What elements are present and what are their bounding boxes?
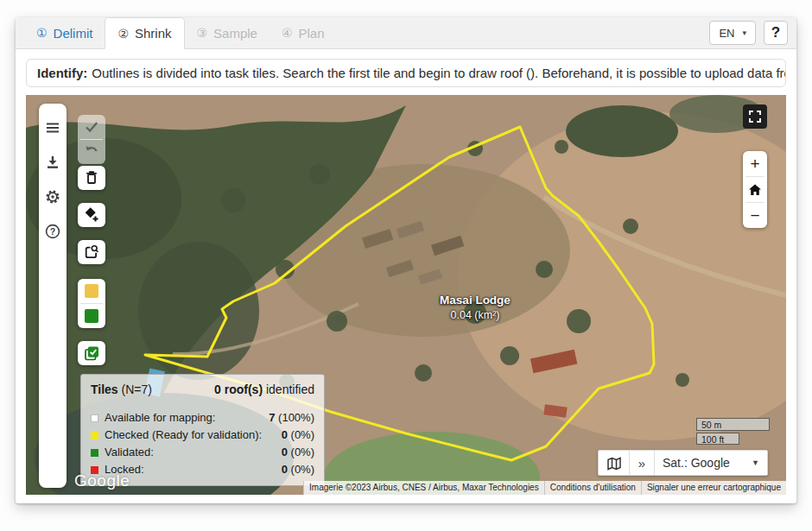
tab-bar: ① Delimit ② Shrink ③ Sample ④ Plan EN ▾ … [16,17,796,49]
report-error-link[interactable]: Signaler une erreur cartographique [641,481,786,495]
help-circle-button[interactable]: ? [41,219,65,243]
legend-row-validated: Validated: 0 (0%) [91,444,314,461]
legend-row-available: Available for mapping: 7 (100%) [91,409,314,427]
yellow-square-icon [91,432,98,439]
tile-color-group [78,279,105,328]
sidebar-rail: ? [39,104,67,488]
undo-icon [83,143,100,161]
help-button[interactable]: ? [764,21,788,45]
tab-plan-label: Plan [298,26,324,41]
settings-button[interactable] [41,185,65,209]
google-logo[interactable]: Google [74,471,130,490]
chevron-down-icon: ▾ [742,28,746,37]
checked-checkbox-icon [83,345,101,363]
step-1-icon: ① [36,26,48,40]
search-area-icon [83,243,100,261]
confirm-button[interactable] [78,115,105,139]
map-icon [606,455,622,471]
legend-title: Tiles [91,382,118,396]
validate-tiles-button[interactable] [78,341,105,365]
roofs-suffix: identified [266,382,314,396]
tiles-status-panel: Tiles (N=7) 0 roof(s) identified Availab… [80,374,325,486]
basemap-value: Sat.: Google [663,456,730,470]
roofs-count: 0 roof(s) [214,382,263,396]
validated-color-button[interactable] [78,304,105,328]
home-button[interactable] [743,177,767,202]
step-4-icon: ④ [282,26,293,40]
expand-layers-button[interactable]: » [630,451,654,475]
svg-text:?: ? [50,226,55,237]
scale-bar-metric: 50 m [696,418,770,431]
scale-bar-imperial: 100 ft [696,433,739,445]
zoom-out-button[interactable]: − [743,203,767,228]
undo-button[interactable] [78,140,105,164]
tab-shrink-label: Shrink [135,26,172,41]
check-icon [83,118,100,136]
download-icon [44,154,61,171]
delete-button[interactable] [78,166,105,190]
white-square-icon [91,414,98,422]
language-value: EN [719,27,734,40]
basemap-dropdown[interactable]: Sat.: Google ▼ [655,451,767,475]
yellow-swatch-icon [85,284,98,298]
trash-icon [83,169,100,186]
edit-actions-group [78,115,105,164]
instruction-banner: Identify: Outlines is divided into task … [26,59,786,87]
tab-delimit-label: Delimit [54,26,93,41]
instruction-prefix: Identify: [37,66,87,80]
map-viewport[interactable]: Masai Lodge 0.04 (km²) [26,95,786,495]
language-dropdown[interactable]: EN ▾ [709,21,756,45]
tab-sample[interactable]: ③ Sample [185,17,270,48]
app-window: ① Delimit ② Shrink ③ Sample ④ Plan EN ▾ … [16,17,796,503]
instruction-text: Outlines is divided into task tiles. Sea… [92,66,786,80]
checked-color-button[interactable] [78,279,105,303]
step-3-icon: ③ [197,26,208,40]
add-layer-button[interactable] [78,203,105,227]
fullscreen-button[interactable] [743,104,767,129]
hamburger-icon [44,119,61,136]
green-swatch-icon [85,309,98,323]
step-2-icon: ② [117,27,129,41]
legend-row-checked: Checked (Ready for validation): 0 (0%) [91,427,314,444]
map-attribution: Imagerie ©2023 Airbus, CNES / Airbus, Ma… [303,481,786,495]
basemap-bar: » Sat.: Google ▼ [598,450,768,476]
fullscreen-icon [746,108,764,125]
imagery-credit: Imagerie ©2023 Airbus, CNES / Airbus, Ma… [303,481,544,495]
zoom-in-button[interactable]: + [743,151,767,176]
home-icon [747,182,763,198]
download-button[interactable] [41,150,65,174]
layers-add-icon [83,206,100,224]
tab-sample-label: Sample [213,26,257,41]
gear-icon [44,188,61,205]
legend-count: (N=7) [122,382,152,396]
terms-link[interactable]: Conditions d'utilisation [544,481,641,495]
zoom-control-group: + − [743,151,767,228]
dropdown-caret-icon: ▼ [752,458,759,467]
green-square-icon [91,449,98,457]
question-circle-icon: ? [44,223,61,240]
tab-shrink[interactable]: ② Shrink [105,17,184,49]
tab-plan[interactable]: ④ Plan [270,17,337,48]
layers-panel-button[interactable] [599,451,629,475]
menu-button[interactable] [41,116,65,140]
tab-delimit[interactable]: ① Delimit [24,17,105,48]
search-extent-button[interactable] [78,240,105,264]
